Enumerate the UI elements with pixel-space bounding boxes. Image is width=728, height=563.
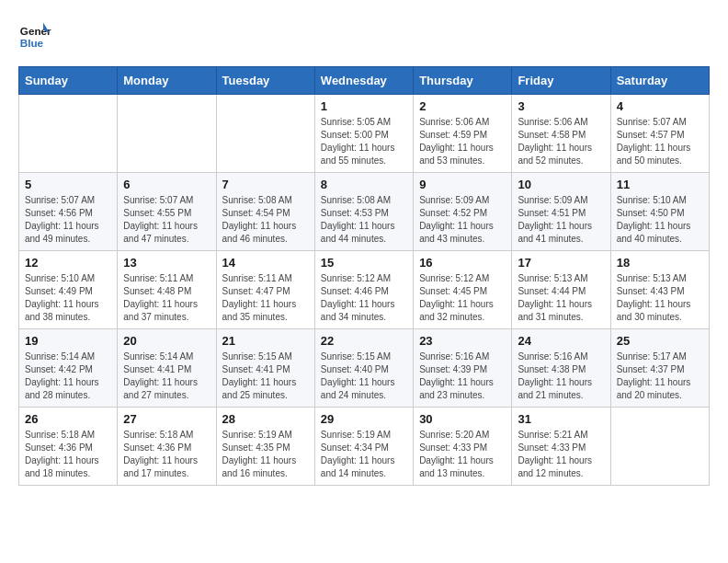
day-number: 16 <box>419 256 506 270</box>
calendar-cell: 20Sunrise: 5:14 AMSunset: 4:41 PMDayligh… <box>118 329 216 408</box>
day-number: 25 <box>617 334 703 348</box>
calendar-cell: 26Sunrise: 5:18 AMSunset: 4:36 PMDayligh… <box>19 408 118 486</box>
weekday-header-row: SundayMondayTuesdayWednesdayThursdayFrid… <box>19 67 710 95</box>
calendar-cell: 15Sunrise: 5:12 AMSunset: 4:46 PMDayligh… <box>314 251 413 329</box>
calendar-cell: 8Sunrise: 5:08 AMSunset: 4:53 PMDaylight… <box>314 173 413 251</box>
calendar-cell: 3Sunrise: 5:06 AMSunset: 4:58 PMDaylight… <box>512 95 610 173</box>
weekday-header-monday: Monday <box>118 67 216 95</box>
calendar-week-5: 26Sunrise: 5:18 AMSunset: 4:36 PMDayligh… <box>19 408 710 486</box>
calendar-cell: 11Sunrise: 5:10 AMSunset: 4:50 PMDayligh… <box>610 173 709 251</box>
day-number: 28 <box>222 412 309 426</box>
day-info: Sunrise: 5:09 AMSunset: 4:51 PMDaylight:… <box>518 194 604 246</box>
day-number: 4 <box>617 99 703 113</box>
page-header: General Blue <box>18 18 710 52</box>
day-number: 23 <box>419 334 506 348</box>
day-info: Sunrise: 5:08 AMSunset: 4:54 PMDaylight:… <box>222 194 309 246</box>
day-info: Sunrise: 5:12 AMSunset: 4:45 PMDaylight:… <box>419 272 506 324</box>
day-info: Sunrise: 5:05 AMSunset: 5:00 PMDaylight:… <box>321 116 407 167</box>
day-info: Sunrise: 5:15 AMSunset: 4:41 PMDaylight:… <box>222 350 309 402</box>
calendar-cell: 4Sunrise: 5:07 AMSunset: 4:57 PMDaylight… <box>610 95 709 173</box>
calendar-cell: 13Sunrise: 5:11 AMSunset: 4:48 PMDayligh… <box>118 251 216 329</box>
day-number: 29 <box>321 412 407 426</box>
calendar-cell: 29Sunrise: 5:19 AMSunset: 4:34 PMDayligh… <box>314 408 413 486</box>
day-info: Sunrise: 5:08 AMSunset: 4:53 PMDaylight:… <box>321 194 407 246</box>
calendar-cell <box>118 95 216 173</box>
calendar-cell: 30Sunrise: 5:20 AMSunset: 4:33 PMDayligh… <box>414 408 512 486</box>
day-number: 12 <box>25 256 111 270</box>
day-number: 22 <box>321 334 407 348</box>
calendar-week-4: 19Sunrise: 5:14 AMSunset: 4:42 PMDayligh… <box>19 329 710 408</box>
day-number: 5 <box>25 178 111 191</box>
day-info: Sunrise: 5:10 AMSunset: 4:49 PMDaylight:… <box>25 272 111 324</box>
day-info: Sunrise: 5:19 AMSunset: 4:35 PMDaylight:… <box>222 429 309 480</box>
calendar-cell: 9Sunrise: 5:09 AMSunset: 4:52 PMDaylight… <box>414 173 512 251</box>
day-info: Sunrise: 5:13 AMSunset: 4:44 PMDaylight:… <box>518 272 604 324</box>
day-info: Sunrise: 5:21 AMSunset: 4:33 PMDaylight:… <box>518 429 604 480</box>
day-info: Sunrise: 5:11 AMSunset: 4:48 PMDaylight:… <box>123 272 210 324</box>
calendar-cell: 27Sunrise: 5:18 AMSunset: 4:36 PMDayligh… <box>118 408 216 486</box>
day-number: 8 <box>321 178 407 191</box>
day-info: Sunrise: 5:11 AMSunset: 4:47 PMDaylight:… <box>222 272 309 324</box>
day-number: 15 <box>321 256 407 270</box>
day-number: 6 <box>123 178 210 191</box>
weekday-header-tuesday: Tuesday <box>216 67 314 95</box>
day-info: Sunrise: 5:07 AMSunset: 4:57 PMDaylight:… <box>617 116 703 167</box>
calendar-cell: 12Sunrise: 5:10 AMSunset: 4:49 PMDayligh… <box>19 251 118 329</box>
calendar-cell <box>216 95 314 173</box>
day-number: 9 <box>419 178 506 191</box>
calendar-cell: 16Sunrise: 5:12 AMSunset: 4:45 PMDayligh… <box>414 251 512 329</box>
calendar-cell: 14Sunrise: 5:11 AMSunset: 4:47 PMDayligh… <box>216 251 314 329</box>
day-info: Sunrise: 5:09 AMSunset: 4:52 PMDaylight:… <box>419 194 506 246</box>
calendar-week-3: 12Sunrise: 5:10 AMSunset: 4:49 PMDayligh… <box>19 251 710 329</box>
day-info: Sunrise: 5:15 AMSunset: 4:40 PMDaylight:… <box>321 350 407 402</box>
day-info: Sunrise: 5:14 AMSunset: 4:41 PMDaylight:… <box>123 350 210 402</box>
calendar-cell: 31Sunrise: 5:21 AMSunset: 4:33 PMDayligh… <box>512 408 610 486</box>
day-info: Sunrise: 5:17 AMSunset: 4:37 PMDaylight:… <box>617 350 703 402</box>
day-number: 21 <box>222 334 309 348</box>
day-number: 14 <box>222 256 309 270</box>
day-info: Sunrise: 5:16 AMSunset: 4:38 PMDaylight:… <box>518 350 604 402</box>
day-number: 31 <box>518 412 604 426</box>
day-info: Sunrise: 5:16 AMSunset: 4:39 PMDaylight:… <box>419 350 506 402</box>
day-info: Sunrise: 5:10 AMSunset: 4:50 PMDaylight:… <box>617 194 703 246</box>
calendar-cell <box>19 95 118 173</box>
calendar-cell: 10Sunrise: 5:09 AMSunset: 4:51 PMDayligh… <box>512 173 610 251</box>
day-info: Sunrise: 5:07 AMSunset: 4:55 PMDaylight:… <box>123 194 210 246</box>
calendar-cell: 19Sunrise: 5:14 AMSunset: 4:42 PMDayligh… <box>19 329 118 408</box>
day-number: 17 <box>518 256 604 270</box>
day-number: 2 <box>419 99 506 113</box>
day-number: 24 <box>518 334 604 348</box>
day-number: 13 <box>123 256 210 270</box>
day-info: Sunrise: 5:14 AMSunset: 4:42 PMDaylight:… <box>25 350 111 402</box>
day-number: 10 <box>518 178 604 191</box>
day-number: 20 <box>123 334 210 348</box>
calendar-cell: 22Sunrise: 5:15 AMSunset: 4:40 PMDayligh… <box>314 329 413 408</box>
day-number: 1 <box>321 99 407 113</box>
day-info: Sunrise: 5:06 AMSunset: 4:58 PMDaylight:… <box>518 116 604 167</box>
weekday-header-saturday: Saturday <box>610 67 709 95</box>
logo-icon: General Blue <box>18 18 51 52</box>
calendar-cell: 1Sunrise: 5:05 AMSunset: 5:00 PMDaylight… <box>314 95 413 173</box>
calendar-week-2: 5Sunrise: 5:07 AMSunset: 4:56 PMDaylight… <box>19 173 710 251</box>
day-number: 11 <box>617 178 703 191</box>
calendar-cell: 28Sunrise: 5:19 AMSunset: 4:35 PMDayligh… <box>216 408 314 486</box>
day-info: Sunrise: 5:20 AMSunset: 4:33 PMDaylight:… <box>419 429 506 480</box>
calendar-cell: 2Sunrise: 5:06 AMSunset: 4:59 PMDaylight… <box>414 95 512 173</box>
calendar-cell: 21Sunrise: 5:15 AMSunset: 4:41 PMDayligh… <box>216 329 314 408</box>
day-info: Sunrise: 5:19 AMSunset: 4:34 PMDaylight:… <box>321 429 407 480</box>
calendar-week-1: 1Sunrise: 5:05 AMSunset: 5:00 PMDaylight… <box>19 95 710 173</box>
weekday-header-sunday: Sunday <box>19 67 118 95</box>
day-number: 27 <box>123 412 210 426</box>
day-info: Sunrise: 5:12 AMSunset: 4:46 PMDaylight:… <box>321 272 407 324</box>
weekday-header-friday: Friday <box>512 67 610 95</box>
day-info: Sunrise: 5:07 AMSunset: 4:56 PMDaylight:… <box>25 194 111 246</box>
calendar-cell: 6Sunrise: 5:07 AMSunset: 4:55 PMDaylight… <box>118 173 216 251</box>
calendar-cell: 25Sunrise: 5:17 AMSunset: 4:37 PMDayligh… <box>610 329 709 408</box>
day-info: Sunrise: 5:18 AMSunset: 4:36 PMDaylight:… <box>123 429 210 480</box>
calendar-table: SundayMondayTuesdayWednesdayThursdayFrid… <box>18 66 710 486</box>
day-number: 3 <box>518 99 604 113</box>
day-info: Sunrise: 5:13 AMSunset: 4:43 PMDaylight:… <box>617 272 703 324</box>
weekday-header-wednesday: Wednesday <box>314 67 413 95</box>
calendar-cell: 23Sunrise: 5:16 AMSunset: 4:39 PMDayligh… <box>414 329 512 408</box>
weekday-header-thursday: Thursday <box>414 67 512 95</box>
